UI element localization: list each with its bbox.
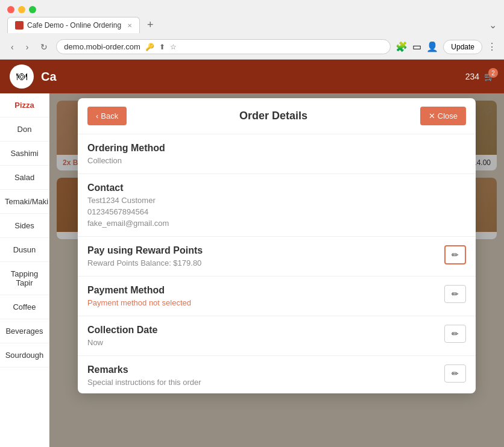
cart-badge: 2 [488, 68, 498, 78]
tab-bar: Cafe Demo - Online Ordering ✕ + ⌄ [0, 17, 504, 37]
contact-label: Contact [87, 183, 466, 193]
remarks-label: Remarks [87, 364, 444, 375]
collection-date-left: Collection Date Now [87, 325, 444, 347]
reward-points-edit-button[interactable]: ✏ [444, 245, 466, 264]
profile-icon: 👤 [426, 41, 438, 52]
remarks-placeholder: Special instructions for this order [87, 378, 444, 387]
remarks-edit-button[interactable]: ✏ [444, 364, 466, 383]
close-button[interactable]: ✕ Close [420, 107, 466, 125]
active-tab[interactable]: Cafe Demo - Online Ordering ✕ [7, 17, 140, 33]
header-title: Ca [41, 70, 57, 84]
close-window-button[interactable] [7, 6, 14, 13]
back-nav-button[interactable]: ‹ [7, 41, 17, 53]
sidebar-item-don[interactable]: Don [0, 117, 49, 142]
app-header: 🍽 Ca 234 🛒 2 [0, 60, 504, 93]
modal-header: ‹ Back Order Details ✕ Close [78, 98, 476, 134]
forward-nav-button[interactable]: › [22, 41, 33, 53]
remarks-row: Remarks Special instructions for this or… [78, 356, 476, 393]
ordering-method-label: Ordering Method [87, 143, 466, 154]
reward-points-row: Pay using Reward Points Reward Points Ba… [78, 237, 476, 277]
payment-method-label: Payment Method [87, 285, 444, 296]
tab-title: Cafe Demo - Online Ordering [27, 21, 121, 30]
tab-menu-button[interactable]: ⌄ [489, 19, 497, 31]
ordering-method-row: Ordering Method Collection [78, 134, 476, 174]
main-area: Pizza Don Sashimi Salad Temaki/Maki Side… [0, 93, 504, 447]
reward-points-value: Reward Points Balance: $179.80 [87, 258, 444, 267]
back-button[interactable]: ‹ Back [87, 107, 127, 125]
modal-body: Ordering Method Collection Contact Test1… [78, 134, 476, 393]
minimize-window-button[interactable] [18, 6, 25, 13]
tab-close-button[interactable]: ✕ [127, 22, 132, 29]
new-tab-button[interactable]: + [143, 19, 157, 31]
edit-pencil-icon: ✏ [452, 289, 459, 299]
url-text: demo.mobi-order.com [64, 42, 140, 51]
modal-title: Order Details [127, 110, 420, 122]
sidebar-item-tapping-tapir[interactable]: Tapping Tapir [0, 262, 49, 295]
sidebar: Pizza Don Sashimi Salad Temaki/Maki Side… [0, 93, 49, 447]
back-chevron-icon: ‹ [96, 111, 98, 120]
url-bar[interactable]: demo.mobi-order.com 🔑 ⬆ ☆ [56, 39, 391, 54]
order-details-modal: ‹ Back Order Details ✕ Close [78, 98, 476, 393]
maximize-window-button[interactable] [29, 6, 36, 13]
sidebar-item-sides[interactable]: Sides [0, 214, 49, 238]
sidebar-item-pizza[interactable]: Pizza [0, 93, 49, 117]
collection-date-row: Collection Date Now ✏ [78, 316, 476, 356]
contact-row: Contact Test1234 Customer 01234567894564… [78, 174, 476, 237]
reward-points-left: Pay using Reward Points Reward Points Ba… [87, 245, 444, 267]
extensions-icon: 🧩 [395, 41, 408, 52]
sidebar-item-sourdough[interactable]: Sourdough [0, 343, 49, 367]
sidebar-icon: ▭ [412, 41, 421, 52]
key-icon: 🔑 [145, 43, 154, 51]
update-button[interactable]: Update [443, 40, 482, 54]
browser-menu-button[interactable]: ⋮ [487, 41, 497, 52]
logo-image: 🍽 [16, 70, 27, 83]
browser-chrome: Cafe Demo - Online Ordering ✕ + ⌄ ‹ › ↻ … [0, 0, 504, 60]
sidebar-item-salad[interactable]: Salad [0, 166, 49, 190]
edit-pencil-icon: ✏ [452, 369, 459, 378]
browser-actions: 🧩 ▭ 👤 Update ⋮ [395, 40, 497, 54]
sidebar-item-temaki[interactable]: Temaki/Maki [0, 190, 49, 214]
payment-method-edit-button[interactable]: ✏ [444, 285, 466, 303]
ordering-method-left: Ordering Method Collection [87, 143, 466, 165]
modal-overlay: ‹ Back Order Details ✕ Close [49, 93, 504, 447]
reward-points-label: Pay using Reward Points [87, 245, 444, 256]
header-logo: 🍽 [10, 64, 34, 89]
remarks-left: Remarks Special instructions for this or… [87, 364, 444, 387]
payment-method-value: Payment method not selected [87, 298, 444, 307]
payment-method-left: Payment Method Payment method not select… [87, 285, 444, 307]
contact-phone: 01234567894564 [87, 207, 466, 216]
bookmark-icon: ☆ [170, 43, 177, 51]
payment-method-row: Payment Method Payment method not select… [78, 277, 476, 316]
contact-left: Contact Test1234 Customer 01234567894564… [87, 183, 466, 228]
contact-email: fake_email@gmail.com [87, 219, 466, 228]
ordering-method-value: Collection [87, 156, 466, 165]
share-icon: ⬆ [159, 43, 165, 51]
collection-date-value: Now [87, 338, 444, 347]
traffic-lights [0, 0, 504, 17]
reload-button[interactable]: ↻ [37, 41, 51, 53]
app: 🍽 Ca 234 🛒 2 Pizza Don Sashimi Salad [0, 60, 504, 447]
address-bar: ‹ › ↻ demo.mobi-order.com 🔑 ⬆ ☆ 🧩 ▭ 👤 Up… [0, 37, 504, 59]
header-right: 234 🛒 2 [465, 72, 494, 81]
edit-pencil-icon: ✏ [452, 250, 459, 260]
sidebar-item-coffee[interactable]: Coffee [0, 295, 49, 319]
close-x-icon: ✕ [429, 111, 435, 120]
sidebar-item-sashimi[interactable]: Sashimi [0, 142, 49, 166]
url-icons: 🔑 ⬆ ☆ [145, 43, 177, 51]
sidebar-item-dusun[interactable]: Dusun [0, 238, 49, 262]
contact-name: Test1234 Customer [87, 196, 466, 205]
sidebar-item-beverages[interactable]: Beverages [0, 319, 49, 343]
edit-pencil-icon: ✏ [452, 329, 459, 339]
collection-date-label: Collection Date [87, 325, 444, 336]
tab-favicon [15, 21, 24, 30]
cart-icon-wrap[interactable]: 🛒 2 [484, 72, 494, 81]
content-area: 2x Beef Pepperoni $14.00 Chicken Ham $14… [49, 93, 504, 447]
user-id: 234 [465, 72, 479, 81]
collection-date-edit-button[interactable]: ✏ [444, 325, 466, 343]
